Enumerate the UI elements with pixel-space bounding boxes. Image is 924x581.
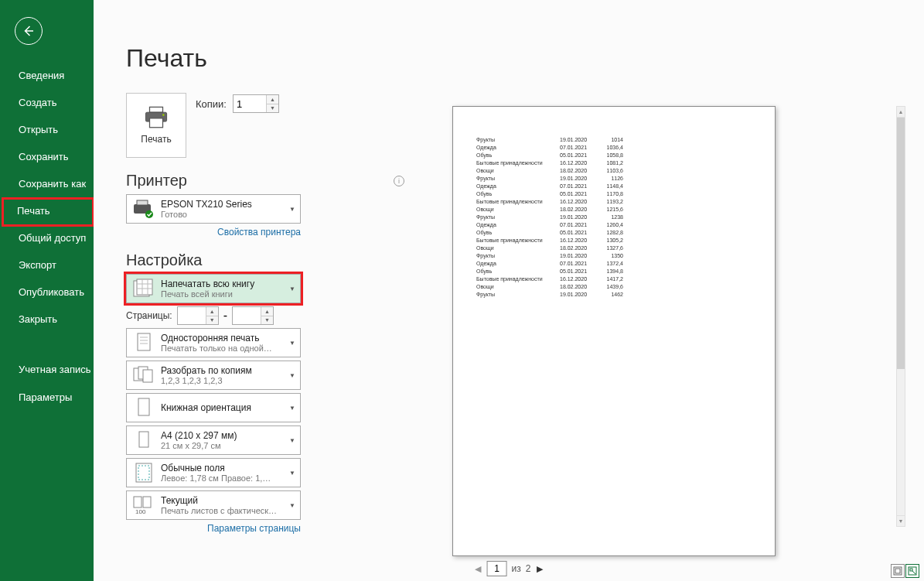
next-page-button[interactable]: ▶ xyxy=(535,564,544,574)
show-margins-button[interactable] xyxy=(891,564,905,578)
chevron-down-icon: ▼ xyxy=(289,470,295,477)
print-button[interactable]: Печать xyxy=(126,93,186,158)
sidebar-item-saveas[interactable]: Сохранить как xyxy=(0,170,94,197)
preview-row: Овощи18.02.20201215,6 xyxy=(476,206,752,214)
page-of-label: из xyxy=(512,563,521,574)
print-scope-dropdown[interactable]: Напечатать всю книгу Печать всей книги ▼ xyxy=(126,274,301,303)
sidebar-item-share[interactable]: Общий доступ xyxy=(0,224,94,251)
printer-properties-link[interactable]: Свойства принтера xyxy=(126,227,301,238)
copies-up[interactable]: ▲ xyxy=(267,95,278,104)
preview-row: Обувь05.01.20211058,8 xyxy=(476,152,752,159)
scroll-thumb[interactable] xyxy=(897,118,905,369)
margins-icon xyxy=(131,462,156,484)
print-preview: Фрукты19.01.20201014Одежда07.01.20211036… xyxy=(452,95,893,558)
paper-dropdown[interactable]: A4 (210 x 297 мм) 21 см x 29,7 см ▼ xyxy=(126,425,301,455)
preview-row: Бытовые принадлежности16.12.20201417,2 xyxy=(476,275,752,283)
margins-sub: Левое: 1,78 см Правое: 1,… xyxy=(161,473,286,483)
back-button[interactable] xyxy=(15,17,43,45)
scaling-sub: Печать листов с фактическ… xyxy=(161,506,286,515)
sidebar-item-save[interactable]: Сохранить xyxy=(0,143,94,170)
printer-info-icon[interactable]: i xyxy=(394,176,404,186)
orientation-dropdown[interactable]: Книжная ориентация ▼ xyxy=(126,393,301,422)
page-number-input[interactable] xyxy=(487,561,507,576)
sidebar-item-print[interactable]: Печать xyxy=(0,197,94,224)
sidebar-item-publish[interactable]: Опубликовать xyxy=(0,279,94,306)
preview-row: Одежда07.01.20211036,4 xyxy=(476,144,752,152)
paper-sub: 21 см x 29,7 см xyxy=(161,441,286,450)
down-icon[interactable]: ▼ xyxy=(206,316,218,325)
pages-from-spinner[interactable]: ▲▼ xyxy=(177,306,219,325)
paper-icon xyxy=(131,429,156,451)
chevron-down-icon: ▼ xyxy=(289,502,295,509)
down-icon[interactable]: ▼ xyxy=(261,316,273,325)
chevron-down-icon: ▼ xyxy=(289,206,295,213)
printer-status-icon xyxy=(131,198,156,220)
sidebar-item-new[interactable]: Создать xyxy=(0,89,94,116)
sidebar-item-info[interactable]: Сведения xyxy=(0,62,94,89)
preview-row: Овощи18.02.20201439,6 xyxy=(476,283,752,291)
chevron-down-icon: ▼ xyxy=(289,437,295,444)
svg-rect-27 xyxy=(134,497,141,508)
preview-row: Одежда07.01.20211260,4 xyxy=(476,221,752,229)
orientation-portrait-icon xyxy=(131,397,156,419)
copies-label: Копии: xyxy=(196,98,227,110)
pages-to-spinner[interactable]: ▲▼ xyxy=(232,306,274,325)
collate-dropdown[interactable]: Разобрать по копиям 1,2,3 1,2,3 1,2,3 ▼ xyxy=(126,361,301,390)
copies-down[interactable]: ▼ xyxy=(267,104,278,113)
page-title: Печать xyxy=(94,0,924,85)
preview-row: Фрукты19.01.20201126 xyxy=(476,175,752,183)
sidebar-item-account[interactable]: Учетная запись xyxy=(0,356,94,384)
preview-row: Обувь05.01.20211170,8 xyxy=(476,190,752,198)
chevron-down-icon: ▼ xyxy=(289,405,295,412)
pages-to-input[interactable] xyxy=(233,307,261,324)
scope-sub: Печать всей книги xyxy=(161,289,286,299)
svg-rect-22 xyxy=(143,370,152,382)
scroll-down-icon[interactable]: ▼ xyxy=(897,515,905,526)
printer-dropdown[interactable]: EPSON TX210 Series Готово ▼ xyxy=(126,194,301,224)
printer-icon xyxy=(143,106,169,129)
preview-row: Фрукты19.01.20201350 xyxy=(476,252,752,260)
collate-icon xyxy=(131,364,156,386)
preview-row: Бытовые принадлежности16.12.20201081,2 xyxy=(476,159,752,167)
margins-dropdown[interactable]: Обычные поля Левое: 1,78 см Правое: 1,… … xyxy=(126,458,301,487)
pages-separator: - xyxy=(223,309,227,323)
collate-title: Разобрать по копиям xyxy=(161,365,286,376)
sidebar-item-open[interactable]: Открыть xyxy=(0,116,94,143)
pages-from-input[interactable] xyxy=(178,307,206,324)
sidebar-item-options[interactable]: Параметры xyxy=(0,384,94,411)
svg-rect-5 xyxy=(150,118,163,128)
scroll-up-icon[interactable]: ▲ xyxy=(897,107,905,118)
scaling-icon: 100 xyxy=(131,494,156,516)
page-total: 2 xyxy=(526,563,531,574)
printer-heading: Принтер xyxy=(126,172,187,190)
scaling-dropdown[interactable]: 100 Текущий Печать листов с фактическ… ▼ xyxy=(126,490,301,520)
svg-rect-31 xyxy=(895,569,900,573)
pages-label: Страницы: xyxy=(126,310,172,321)
preview-page: Фрукты19.01.20201014Одежда07.01.20211036… xyxy=(452,106,776,556)
up-icon[interactable]: ▲ xyxy=(206,307,218,316)
copies-spinner[interactable]: ▲ ▼ xyxy=(233,94,279,113)
svg-line-34 xyxy=(912,571,915,574)
paper-title: A4 (210 x 297 мм) xyxy=(161,430,286,441)
workbook-icon xyxy=(131,278,156,299)
sides-dropdown[interactable]: Односторонняя печать Печатать только на … xyxy=(126,328,301,357)
svg-rect-33 xyxy=(910,569,912,571)
sidebar-item-close[interactable]: Закрыть xyxy=(0,306,94,333)
main-panel: Печать Печать Копии: ▲ ▼ xyxy=(94,0,924,581)
up-icon[interactable]: ▲ xyxy=(261,307,273,316)
preview-scrollbar[interactable]: ▲ ▼ xyxy=(896,106,905,527)
sidebar-item-export[interactable]: Экспорт xyxy=(0,251,94,279)
preview-row: Обувь05.01.20211282,8 xyxy=(476,229,752,237)
margins-title: Обычные поля xyxy=(161,463,286,473)
scope-title: Напечатать всю книгу xyxy=(161,279,286,289)
zoom-to-page-button[interactable] xyxy=(905,564,919,578)
copies-input[interactable] xyxy=(234,95,266,112)
prev-page-button[interactable]: ◀ xyxy=(473,564,482,574)
arrow-left-icon xyxy=(22,24,36,38)
page-setup-link[interactable]: Параметры страницы xyxy=(126,523,301,534)
svg-rect-8 xyxy=(137,200,148,205)
preview-row: Фрукты19.01.20201462 xyxy=(476,291,752,299)
chevron-down-icon: ▼ xyxy=(289,372,295,379)
orientation-title: Книжная ориентация xyxy=(161,402,286,413)
printer-name: EPSON TX210 Series xyxy=(161,199,286,210)
